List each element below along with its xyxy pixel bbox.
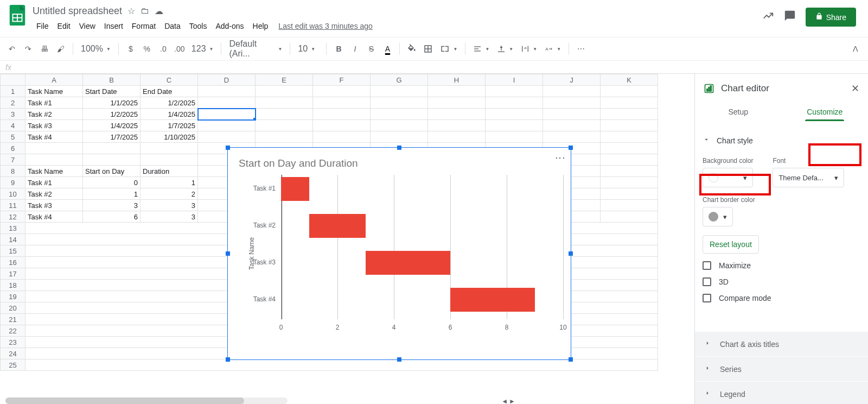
text-rotation-dropdown[interactable]: A▼	[541, 45, 564, 53]
cell[interactable]	[256, 97, 313, 109]
menu-tools[interactable]: Tools	[186, 20, 211, 33]
close-panel-button[interactable]: ✕	[851, 83, 859, 94]
font-picker[interactable]: Theme Defa... ▾	[773, 168, 844, 187]
row-header[interactable]: 22	[1, 325, 25, 337]
cell[interactable]: 1/10/2025	[141, 131, 198, 143]
star-icon[interactable]: ☆	[127, 6, 135, 16]
menu-format[interactable]: Format	[128, 20, 159, 33]
cell[interactable]	[486, 109, 543, 120]
cell[interactable]: Task #1	[25, 97, 83, 109]
zoom-dropdown[interactable]: 100%▼	[78, 44, 114, 54]
cell[interactable]	[543, 97, 601, 109]
cell[interactable]	[198, 86, 256, 97]
resize-handle[interactable]	[397, 146, 401, 150]
cell[interactable]	[198, 97, 256, 109]
3d-checkbox[interactable]: 3D	[703, 277, 860, 286]
cell[interactable]	[543, 131, 601, 143]
resize-handle[interactable]	[226, 251, 230, 256]
maximize-checkbox[interactable]: Maximize	[703, 261, 860, 270]
cell[interactable]	[256, 131, 313, 143]
more-toolbar-button[interactable]: ⋯	[573, 41, 589, 56]
cell[interactable]: 6	[83, 211, 141, 223]
cell[interactable]	[256, 109, 313, 120]
more-formats-dropdown[interactable]: 123▼	[188, 44, 217, 54]
font-size-dropdown[interactable]: 10▼	[295, 44, 322, 54]
cell[interactable]	[543, 109, 601, 120]
cell[interactable]	[313, 131, 371, 143]
cell[interactable]	[371, 97, 428, 109]
currency-button[interactable]: $	[123, 41, 138, 56]
row-header[interactable]: 2	[1, 97, 25, 109]
row-header[interactable]: 1	[1, 86, 25, 97]
cell[interactable]	[371, 109, 428, 120]
cell[interactable]: 1/1/2025	[83, 97, 141, 109]
cell[interactable]	[198, 131, 256, 143]
bold-button[interactable]: B	[331, 41, 346, 56]
cell[interactable]: 1	[83, 188, 141, 200]
select-all-cell[interactable]	[1, 74, 25, 86]
cell[interactable]: 1/4/2025	[83, 120, 141, 131]
row-header[interactable]: 5	[1, 131, 25, 143]
h-align-dropdown[interactable]: ▼	[470, 45, 493, 53]
strikethrough-button[interactable]: S	[363, 41, 379, 56]
cell[interactable]: Task #2	[25, 109, 83, 120]
border-color-picker[interactable]: ▾	[703, 207, 733, 226]
col-header[interactable]: F	[313, 74, 371, 86]
tab-customize[interactable]: Customize	[782, 101, 869, 123]
comments-icon[interactable]	[784, 10, 796, 24]
cell[interactable]	[486, 86, 543, 97]
cell[interactable]: 2	[141, 188, 198, 200]
cell[interactable]	[601, 166, 658, 177]
cell[interactable]	[428, 109, 486, 120]
cell[interactable]	[486, 120, 543, 131]
fill-color-button[interactable]	[404, 41, 419, 56]
row-header[interactable]: 7	[1, 154, 25, 166]
section-series[interactable]: Series	[695, 356, 868, 381]
row-header[interactable]: 4	[1, 120, 25, 131]
row-header[interactable]: 23	[1, 337, 25, 348]
cell[interactable]: Task #4	[25, 131, 83, 143]
print-button[interactable]: 🖶	[37, 41, 52, 56]
row-header[interactable]: 15	[1, 245, 25, 257]
row-header[interactable]: 9	[1, 177, 25, 188]
cell[interactable]	[543, 86, 601, 97]
compare-mode-checkbox[interactable]: Compare mode	[703, 294, 860, 302]
row-header[interactable]: 18	[1, 280, 25, 291]
text-color-button[interactable]: A	[380, 41, 395, 56]
text-wrap-dropdown[interactable]: ▼	[518, 45, 540, 53]
menu-file[interactable]: File	[33, 20, 53, 33]
increase-decimal-button[interactable]: .00	[172, 41, 187, 56]
collapse-toolbar-button[interactable]: ᐱ	[853, 45, 858, 53]
cell[interactable]	[601, 188, 658, 200]
cell[interactable]: Task Name	[25, 86, 83, 97]
cell[interactable]	[141, 154, 198, 166]
cell[interactable]	[601, 143, 658, 154]
cell[interactable]: Start on Day	[83, 166, 141, 177]
sheets-logo[interactable]	[7, 4, 28, 26]
cell[interactable]: End Date	[141, 86, 198, 97]
col-header[interactable]: K	[601, 74, 658, 86]
row-header[interactable]: 24	[1, 348, 25, 359]
cell[interactable]	[428, 131, 486, 143]
spreadsheet-grid[interactable]: A B C D E F G H I J K 1Task NameStart Da…	[0, 74, 694, 404]
cell[interactable]	[543, 120, 601, 131]
cell[interactable]	[83, 154, 141, 166]
row-header[interactable]: 20	[1, 302, 25, 314]
row-header[interactable]: 3	[1, 109, 25, 120]
menu-help[interactable]: Help	[249, 20, 272, 33]
cell[interactable]: Task Name	[25, 166, 83, 177]
document-title[interactable]: Untitled spreadsheet	[33, 5, 122, 17]
menu-data[interactable]: Data	[161, 20, 184, 33]
resize-handle[interactable]	[226, 357, 230, 362]
cell[interactable]	[428, 97, 486, 109]
cell[interactable]: 3	[141, 211, 198, 223]
section-legend[interactable]: Legend	[695, 381, 868, 404]
row-header[interactable]: 10	[1, 188, 25, 200]
horizontal-scrollbar[interactable]	[5, 397, 288, 404]
last-edit-link[interactable]: Last edit was 3 minutes ago	[278, 22, 373, 30]
cell[interactable]	[601, 200, 658, 211]
formula-input[interactable]	[11, 63, 868, 71]
cell[interactable]: Task #3	[25, 200, 83, 211]
col-header[interactable]: I	[486, 74, 543, 86]
chart-menu-icon[interactable]: ⋮	[554, 153, 566, 162]
